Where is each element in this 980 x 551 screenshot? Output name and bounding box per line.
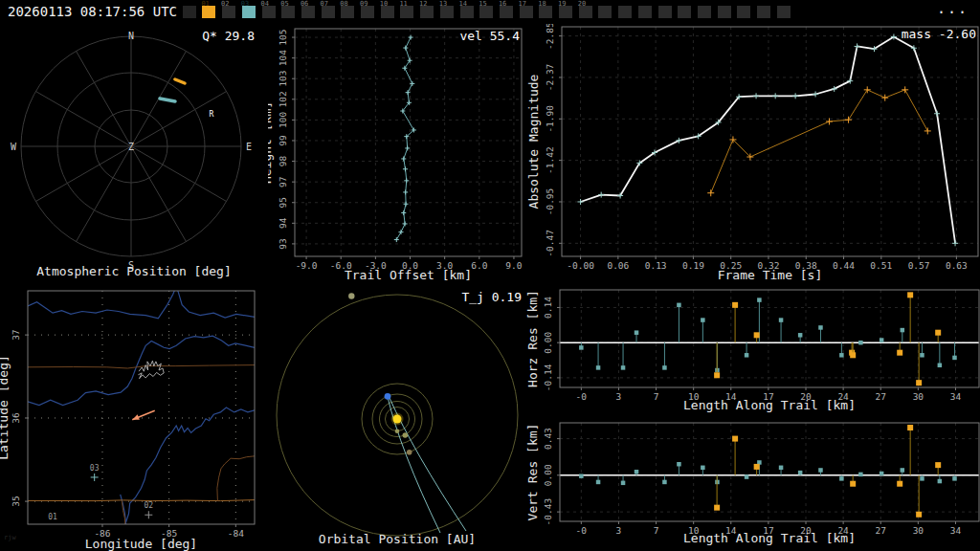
svg-text:0.44: 0.44 [833,260,855,271]
trail-offset-panel: -9.0-6.0-3.00.03.06.09.01051041031021009… [268,24,526,287]
svg-text:E: E [246,142,252,152]
ground-track-arrow [131,410,155,422]
frame-tile-label: 16 [499,1,506,8]
svg-text:Z: Z [128,142,134,152]
watermark-text: rjw [4,534,16,541]
horz-res-teal [579,298,957,372]
svg-text:mass -2.60: mass -2.60 [902,27,976,41]
vert-res-plot: -03710141720242730340.430.00-0.43Length … [526,416,980,551]
frame-tile-14[interactable]: 14 [460,6,474,18]
svg-text:0.43: 0.43 [543,428,553,450]
frame-tile-07[interactable]: 07 [322,6,335,18]
utc-clock: 20260113 08:17:56 UTC [8,4,177,19]
frame-tile-label: 11 [399,1,407,8]
station-marker-01: 01 [48,513,57,521]
frame-tile-label: 06 [301,1,308,8]
frame-tile-06[interactable]: 06 [301,6,315,18]
frame-tile-15[interactable]: 15 [479,6,493,18]
svg-text:27: 27 [876,391,886,402]
svg-text:Latitude [deg]: Latitude [deg] [0,355,11,460]
frame-tile-03[interactable]: 03 [242,6,256,18]
svg-text:7: 7 [654,525,659,536]
frame-tile[interactable] [598,6,612,18]
svg-text:N: N [128,31,134,41]
svg-text:Frame Time [s]: Frame Time [s] [718,268,823,282]
svg-text:36: 36 [11,412,21,424]
svg-text:9.0: 9.0 [505,260,522,271]
svg-text:30: 30 [913,391,924,402]
frame-tile[interactable] [737,6,750,18]
frame-tile-label: 20 [578,1,586,8]
svg-text:102: 102 [278,91,288,107]
overflow-menu-icon[interactable]: ... [937,0,969,17]
frame-tile-20[interactable]: 20 [579,6,592,18]
frame-tile-09[interactable]: 09 [361,6,374,18]
frame-tile-17[interactable]: 17 [520,6,533,18]
svg-text:T_j 0.19: T_j 0.19 [461,290,522,304]
svg-text:0.00: 0.00 [543,331,553,353]
svg-text:-0.43: -0.43 [543,498,553,526]
sun-icon [393,415,402,424]
svg-text:0.51: 0.51 [870,260,892,271]
frame-tile-12[interactable]: 12 [420,6,434,18]
frame-tile-18[interactable]: 18 [539,6,552,18]
svg-text:Length Along Trail [km]: Length Along Trail [km] [683,531,856,545]
frame-tile[interactable] [183,6,196,18]
svg-text:-0: -0 [576,525,588,536]
svg-text:Height [km]: Height [km] [268,101,274,184]
svg-text:98: 98 [278,156,288,167]
horz-res-orange [714,292,941,386]
svg-text:104: 104 [278,50,288,66]
svg-text:0.19: 0.19 [682,260,704,271]
frame-tile-label: 07 [321,1,328,8]
frame-tile-label: 05 [280,1,288,8]
light-curve-station [707,86,931,196]
frame-tile[interactable] [638,6,652,18]
frame-tile-label: 12 [419,1,427,8]
svg-text:Atmospheric Position [deg]: Atmospheric Position [deg] [36,264,232,278]
svg-text:37: 37 [11,329,21,340]
frame-tile[interactable] [618,6,632,18]
svg-text:0.57: 0.57 [908,260,930,271]
frame-tile-04[interactable]: 04 [262,6,276,18]
frame-tile-16[interactable]: 16 [500,6,513,18]
frame-tile-08[interactable]: 08 [341,6,354,18]
vert-res-panel: -03710141720242730340.430.00-0.43Length … [526,416,980,551]
frame-tile-label: 19 [558,1,566,8]
frame-tile-13[interactable]: 13 [440,6,454,18]
svg-text:100: 100 [278,112,288,128]
header-bar: 20260113 08:17:56 UTC 010203040506070809… [0,0,980,24]
frame-tile[interactable] [658,6,672,18]
frame-tile-10[interactable]: 10 [381,6,394,18]
frame-tile-label: 15 [479,1,486,8]
svg-text:-1.42: -1.42 [545,146,555,174]
frame-tile[interactable] [678,6,691,18]
svg-text:97: 97 [278,176,288,187]
frame-tile-02[interactable]: 02 [222,6,235,18]
trail-teal [160,99,175,101]
svg-text:94: 94 [278,217,288,229]
svg-text:Length Along Trail [km]: Length Along Trail [km] [683,398,856,412]
frame-tile-label: 13 [439,1,447,8]
frame-tile[interactable] [698,6,711,18]
frame-tile-label: 01 [201,1,209,8]
svg-text:30: 30 [913,525,924,536]
frame-tile-19[interactable]: 19 [559,6,572,18]
frame-tile-01[interactable]: 01 [202,6,215,18]
light-curve-model [578,34,958,247]
svg-text:vel 55.4: vel 55.4 [459,29,520,43]
frame-tile[interactable] [757,6,770,18]
svg-text:Q* 29.8: Q* 29.8 [202,29,255,43]
svg-text:Vert Res [km]: Vert Res [km] [526,424,540,521]
svg-text:-2.37: -2.37 [545,64,555,92]
frame-tile[interactable] [718,6,731,18]
track-scribble [138,361,164,379]
frame-tile-11[interactable]: 11 [400,6,413,18]
svg-text:Absolute Magnitude: Absolute Magnitude [526,74,541,209]
svg-text:R: R [210,110,214,119]
frame-tile[interactable] [777,6,791,18]
frame-tile-05[interactable]: 05 [281,6,295,18]
svg-text:0.63: 0.63 [946,260,968,271]
height-trail [394,35,416,243]
svg-text:3: 3 [616,525,622,536]
